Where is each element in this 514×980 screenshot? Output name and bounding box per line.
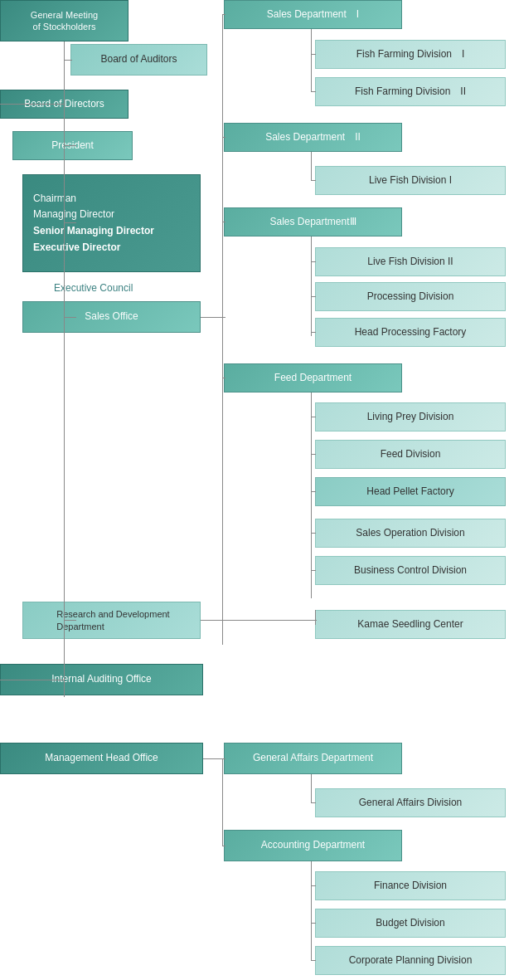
feed-dept-box: Feed Department: [224, 363, 402, 392]
fish-farming-1-box: Fish Farming Division I: [315, 40, 506, 69]
fish-farming-1-label: Fish Farming Division I: [356, 48, 465, 61]
head-pellet-label: Head Pellet Factory: [366, 485, 453, 499]
living-prey-label: Living Prey Division: [367, 411, 454, 424]
sales-dept-1-label: Sales Department I: [267, 8, 359, 22]
processing-div-box: Processing Division: [315, 282, 506, 311]
budget-div-box: Budget Division: [315, 909, 506, 938]
research-dev-box: Research and Development Department: [22, 602, 201, 639]
business-control-label: Business Control Division: [354, 564, 467, 578]
finance-div-box: Finance Division: [315, 871, 506, 900]
live-fish-2-label: Live Fish Division II: [367, 256, 453, 269]
live-fish-1-box: Live Fish Division I: [315, 166, 506, 195]
head-processing-label: Head Processing Factory: [355, 326, 467, 339]
board-auditors-box: Board of Auditors: [70, 44, 207, 76]
executive-members-box: Chairman Managing Director Senior Managi…: [22, 174, 201, 272]
general-affairs-dept-label: General Affairs Department: [253, 752, 373, 765]
senior-managing-director-label: Senior Managing Director: [33, 225, 154, 238]
fish-farming-2-box: Fish Farming Division II: [315, 77, 506, 106]
accounting-dept-box: Accounting Department: [224, 830, 402, 861]
corporate-planning-box: Corporate Planning Division: [315, 946, 506, 975]
sales-operation-label: Sales Operation Division: [356, 527, 464, 540]
business-control-box: Business Control Division: [315, 556, 506, 585]
head-pellet-box: Head Pellet Factory: [315, 477, 506, 506]
feed-div-box: Feed Division: [315, 440, 506, 469]
general-affairs-div-label: General Affairs Division: [359, 797, 463, 810]
finance-div-label: Finance Division: [374, 880, 447, 893]
live-fish-1-label: Live Fish Division I: [369, 174, 452, 188]
accounting-dept-label: Accounting Department: [261, 839, 365, 852]
board-auditors-label: Board of Auditors: [100, 53, 177, 66]
general-meeting-box: General Meeting of Stockholders: [0, 0, 128, 41]
living-prey-box: Living Prey Division: [315, 402, 506, 431]
sales-dept-2-box: Sales Department II: [224, 123, 402, 152]
processing-div-label: Processing Division: [367, 290, 454, 304]
general-affairs-dept-box: General Affairs Department: [224, 743, 402, 774]
fish-farming-2-label: Fish Farming Division II: [355, 85, 466, 99]
head-processing-box: Head Processing Factory: [315, 318, 506, 347]
sales-dept-3-label: Sales DepartmentⅢ: [269, 216, 356, 229]
chairman-label: Chairman: [33, 193, 76, 206]
feed-dept-label: Feed Department: [274, 372, 352, 385]
kamae-seedling-box: Kamae Seedling Center: [315, 610, 506, 639]
sales-dept-3-box: Sales DepartmentⅢ: [224, 207, 402, 236]
live-fish-2-box: Live Fish Division II: [315, 247, 506, 276]
feed-div-label: Feed Division: [381, 448, 441, 461]
kamae-seedling-label: Kamae Seedling Center: [357, 618, 463, 631]
corporate-planning-label: Corporate Planning Division: [349, 954, 473, 968]
general-affairs-div-box: General Affairs Division: [315, 788, 506, 817]
sales-office-box: Sales Office: [22, 301, 201, 333]
executive-council-label: Executive Council: [54, 282, 133, 294]
sales-operation-box: Sales Operation Division: [315, 519, 506, 548]
sales-dept-1-box: Sales Department I: [224, 0, 402, 29]
management-head-box: Management Head Office: [0, 743, 203, 774]
sales-office-label: Sales Office: [85, 310, 138, 324]
managing-director-label: Managing Director: [33, 208, 114, 222]
internal-audit-label: Internal Auditing Office: [51, 673, 152, 686]
sales-dept-2-label: Sales Department II: [265, 131, 361, 144]
general-meeting-label: General Meeting of Stockholders: [31, 9, 98, 33]
executive-director-label: Executive Director: [33, 241, 120, 255]
management-head-label: Management Head Office: [45, 752, 158, 765]
budget-div-label: Budget Division: [376, 917, 444, 930]
